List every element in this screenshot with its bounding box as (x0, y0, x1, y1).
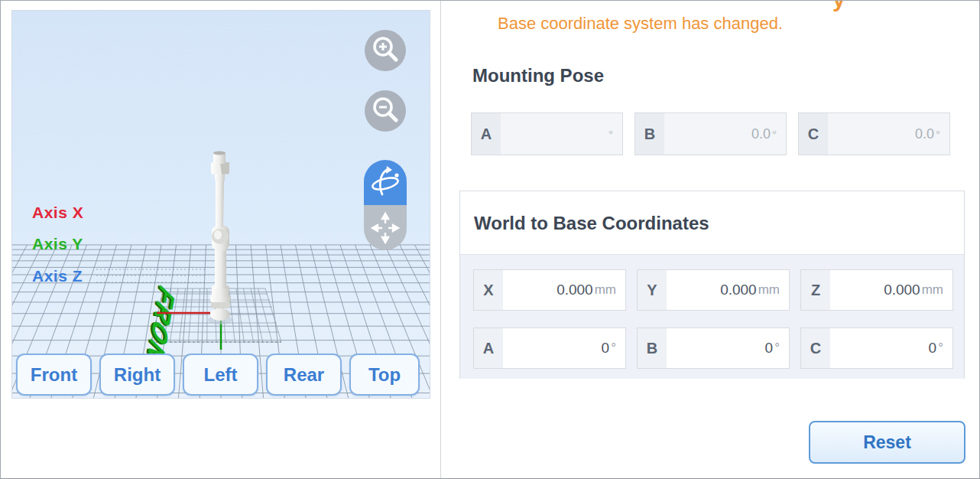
axis-x-label: Axis X (32, 204, 83, 222)
world-z-field[interactable]: Z 0.000mm (800, 269, 953, 311)
orbit-rotate-icon (364, 160, 407, 205)
field-label: X (474, 270, 503, 310)
field-label: C (801, 328, 830, 368)
robot-3d-viewport[interactable]: FRONT FRONT (11, 10, 430, 399)
world-x-field[interactable]: X 0.000mm (473, 269, 626, 311)
world-y-field[interactable]: Y 0.000mm (637, 269, 790, 311)
magnifier-minus-icon (365, 90, 406, 132)
pan-mode-button[interactable] (364, 205, 407, 250)
view-top-button[interactable]: Top (349, 354, 420, 396)
field-label: C (799, 113, 828, 155)
panel-divider (440, 1, 441, 478)
field-unit: mm (922, 282, 943, 298)
field-unit: mm (595, 282, 616, 298)
view-front-button[interactable]: Front (16, 354, 92, 396)
world-c-field[interactable]: C 0° (800, 327, 953, 369)
field-label: B (638, 328, 667, 368)
field-unit: ° (611, 341, 616, 356)
view-rear-button[interactable]: Rear (266, 354, 342, 396)
base-changed-notice: Base coordinate system has changed. (498, 14, 783, 34)
field-value: 0.0 (915, 126, 934, 142)
pan-arrows-icon (364, 205, 407, 250)
reset-button[interactable]: Reset (809, 421, 965, 464)
field-label: Z (801, 270, 830, 310)
field-value: 0.0 (751, 126, 771, 142)
field-label: A (474, 328, 503, 368)
field-label: Y (638, 270, 667, 310)
field-value: 0 (929, 340, 937, 357)
field-label: B (635, 113, 664, 155)
mounting-pose-field-b: B 0.0° (634, 112, 787, 155)
field-unit: ° (774, 341, 780, 356)
field-value: 0.000 (884, 282, 920, 298)
rotate-pan-toggle (364, 160, 407, 250)
zoom-in-button[interactable] (365, 30, 406, 71)
field-unit: ° (772, 128, 777, 141)
robot-arm-model (208, 152, 232, 325)
view-left-button[interactable]: Left (183, 354, 258, 396)
field-unit: mm (758, 282, 780, 298)
mounting-pose-title: Mounting Pose (472, 65, 604, 86)
axis-y-label: Axis Y (32, 235, 83, 253)
mounting-pose-field-c: C 0.0° (798, 112, 950, 155)
field-label: A (472, 113, 501, 155)
notice-truncated-line: y (832, 1, 878, 11)
field-unit: ° (938, 341, 943, 356)
zoom-out-button[interactable] (365, 90, 406, 132)
field-value: 0 (765, 340, 774, 357)
mounting-pose-field-a: A ° (471, 112, 623, 155)
axis-z-label: Axis Z (32, 267, 83, 285)
field-value: 0.000 (720, 282, 757, 298)
view-right-button[interactable]: Right (99, 354, 175, 396)
world-to-base-panel: World to Base Coordinates X 0.000mm Y 0.… (459, 191, 965, 379)
world-a-field[interactable]: A 0° (473, 327, 626, 369)
field-value: 0.000 (557, 282, 593, 298)
base-coordinate-settings-screen: FRONT FRONT (0, 0, 980, 479)
field-unit: ° (936, 128, 940, 141)
world-to-base-title: World to Base Coordinates (474, 213, 709, 234)
magnifier-plus-icon (365, 30, 406, 71)
field-value: 0 (602, 340, 610, 357)
rotate-mode-button[interactable] (364, 160, 407, 205)
world-b-field[interactable]: B 0° (637, 327, 790, 369)
field-unit: ° (608, 128, 613, 141)
